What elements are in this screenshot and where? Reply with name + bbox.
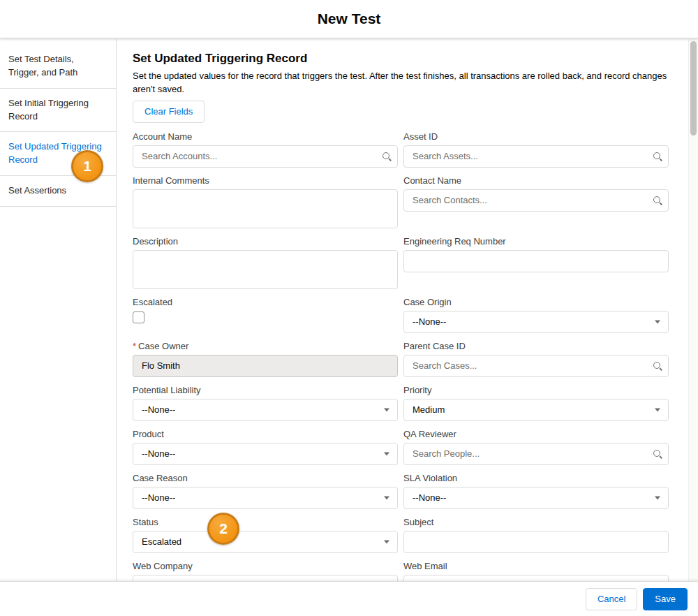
main-content: Set Updated Triggering Record Set the up… <box>117 39 688 616</box>
asset-id-search-input[interactable] <box>403 145 669 168</box>
priority-select[interactable]: Medium <box>403 399 669 421</box>
field-label: QA Reviewer <box>403 429 669 440</box>
new-test-modal: New Test Set Test Details, Trigger, and … <box>0 0 698 616</box>
qa-reviewer-search-input[interactable] <box>403 443 669 465</box>
case-owner-input[interactable] <box>133 355 398 377</box>
chevron-down-icon <box>655 320 660 323</box>
field-case-owner: *Case Owner <box>133 341 398 377</box>
field-label: Web Company <box>133 561 398 572</box>
parent-case-id-search-input[interactable] <box>403 355 669 377</box>
field-label: Priority <box>403 385 669 396</box>
status-select[interactable]: Escalated <box>133 531 398 553</box>
nav-item-label: Set Assertions <box>8 185 66 196</box>
chevron-down-icon <box>384 452 389 455</box>
search-icon <box>653 361 662 371</box>
sla-violation-select[interactable]: --None-- <box>403 487 669 509</box>
page-title: New Test <box>318 10 381 27</box>
field-label: Description <box>133 236 398 247</box>
field-label: Web Email <box>403 561 669 572</box>
field-label: Escalated <box>133 297 398 308</box>
scrollbar-thumb[interactable] <box>690 41 697 135</box>
chevron-down-icon <box>384 540 389 543</box>
search-icon <box>653 152 662 161</box>
required-marker: * <box>133 341 136 351</box>
field-label: *Case Owner <box>133 341 398 352</box>
search-icon <box>653 449 662 459</box>
account-name-search-input[interactable] <box>133 145 398 168</box>
select-value: --None-- <box>413 492 446 503</box>
field-status: Status Escalated <box>133 517 398 553</box>
internal-comments-textarea[interactable] <box>133 189 398 228</box>
field-label: Contact Name <box>403 175 669 186</box>
nav-item-label: Set Test Details, Trigger, and Path <box>8 54 77 78</box>
vertical-scrollbar[interactable] <box>688 39 698 581</box>
chevron-down-icon <box>655 408 660 411</box>
escalated-checkbox[interactable] <box>133 311 144 323</box>
field-description: Description <box>133 236 398 289</box>
field-escalated: Escalated <box>133 297 398 333</box>
select-value: --None-- <box>142 492 175 503</box>
search-icon <box>653 196 662 205</box>
field-label: Engineering Req Number <box>403 236 669 247</box>
potential-liability-select[interactable]: --None-- <box>133 399 398 421</box>
field-parent-case-id: Parent Case ID <box>403 341 669 377</box>
field-label: Status <box>133 517 398 528</box>
field-label: Subject <box>403 517 669 528</box>
nav-item-set-assertions[interactable]: Set Assertions <box>0 176 116 207</box>
nav-item-set-test-details[interactable]: Set Test Details, Trigger, and Path <box>0 45 116 89</box>
case-reason-select[interactable]: --None-- <box>133 487 398 509</box>
field-account-name: Account Name <box>133 131 398 168</box>
select-value: --None-- <box>142 448 175 459</box>
field-label: Potential Liability <box>133 385 398 396</box>
annotation-badge-2: 2 <box>207 513 239 545</box>
save-button[interactable]: Save <box>643 588 688 610</box>
select-value: Medium <box>413 404 445 415</box>
clear-fields-button[interactable]: Clear Fields <box>133 101 205 123</box>
engineering-req-number-input[interactable] <box>403 250 669 272</box>
field-label: Internal Comments <box>133 175 398 186</box>
nav-item-set-initial-triggering-record[interactable]: Set Initial Triggering Record <box>0 89 116 133</box>
case-origin-select[interactable]: --None-- <box>403 311 669 333</box>
field-label: SLA Violation <box>403 473 669 484</box>
field-engineering-req-number: Engineering Req Number <box>403 236 669 289</box>
nav-item-label: Set Initial Triggering Record <box>8 98 89 122</box>
section-description: Set the updated values for the record th… <box>133 70 669 96</box>
field-label: Case Reason <box>133 473 398 484</box>
field-case-origin: Case Origin --None-- <box>403 297 669 333</box>
cancel-button[interactable]: Cancel <box>586 588 637 610</box>
search-icon <box>382 152 392 161</box>
chevron-down-icon <box>384 496 389 499</box>
field-label: Product <box>133 429 398 440</box>
product-select[interactable]: --None-- <box>133 443 398 465</box>
field-label: Case Origin <box>403 297 669 308</box>
field-potential-liability: Potential Liability --None-- <box>133 385 398 421</box>
field-product: Product --None-- <box>133 429 398 465</box>
contact-name-search-input[interactable] <box>403 189 669 212</box>
field-case-reason: Case Reason --None-- <box>133 473 398 509</box>
field-qa-reviewer: QA Reviewer <box>403 429 669 465</box>
field-label: Parent Case ID <box>403 341 669 352</box>
annotation-badge-1: 1 <box>71 150 103 182</box>
section-heading: Set Updated Triggering Record <box>133 52 669 66</box>
chevron-down-icon <box>655 496 660 499</box>
field-subject: Subject <box>403 517 669 553</box>
modal-footer: Cancel Save <box>0 581 698 616</box>
select-value: --None-- <box>413 316 446 327</box>
select-value: Escalated <box>142 536 181 547</box>
modal-body: Set Test Details, Trigger, and Path Set … <box>0 39 688 616</box>
field-asset-id: Asset ID <box>403 131 669 168</box>
field-priority: Priority Medium <box>403 385 669 421</box>
select-value: --None-- <box>142 404 175 415</box>
chevron-down-icon <box>384 408 389 411</box>
subject-input[interactable] <box>403 531 669 553</box>
field-label: Account Name <box>133 131 398 142</box>
modal-header: New Test <box>0 0 698 38</box>
field-internal-comments: Internal Comments <box>133 175 398 228</box>
description-textarea[interactable] <box>133 250 398 289</box>
field-contact-name: Contact Name <box>403 175 669 228</box>
field-label: Asset ID <box>403 131 669 142</box>
wizard-nav: Set Test Details, Trigger, and Path Set … <box>0 39 117 616</box>
field-sla-violation: SLA Violation --None-- <box>403 473 669 509</box>
